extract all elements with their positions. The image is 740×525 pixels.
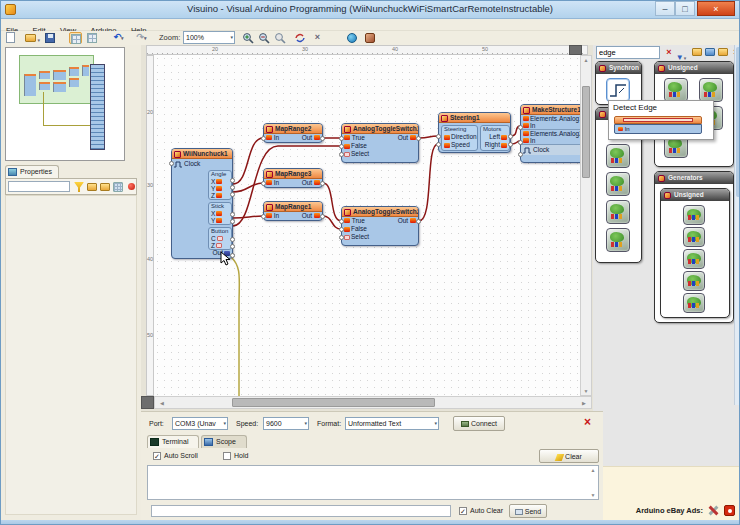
- format-select[interactable]: Unformatted Text▾: [345, 417, 439, 430]
- tab-scope[interactable]: Scope: [201, 435, 247, 448]
- auto-scroll-checkbox[interactable]: ✓: [153, 452, 161, 460]
- component-icon[interactable]: [683, 249, 705, 269]
- block-maprange3[interactable]: MapRange3 InOut: [263, 168, 323, 188]
- block-header[interactable]: MapRange2: [264, 124, 322, 134]
- collapse-categories-icon[interactable]: [718, 46, 730, 59]
- component-detect-edge[interactable]: [606, 78, 630, 102]
- component-icon[interactable]: [683, 205, 705, 225]
- block-header[interactable]: AnalogToggleSwitch2: [342, 207, 418, 217]
- category-header[interactable]: Unsigned: [655, 62, 733, 74]
- delete-button[interactable]: ×: [311, 32, 324, 44]
- tools-icon[interactable]: [708, 505, 719, 516]
- scroll-left-arrow[interactable]: ◀: [157, 400, 167, 406]
- pin-true[interactable]: [339, 219, 344, 224]
- new-project-button[interactable]: [4, 32, 17, 44]
- grid-view-large-button[interactable]: [85, 32, 98, 44]
- block-maprange1[interactable]: MapRange1 InOut: [263, 201, 323, 221]
- close-button[interactable]: ×: [697, 1, 735, 16]
- pin-false[interactable]: [339, 144, 344, 149]
- pin-angle-z[interactable]: [230, 192, 235, 197]
- pin-in[interactable]: [261, 136, 266, 141]
- pin-clock[interactable]: [169, 161, 174, 166]
- categorized-view-icon[interactable]: [113, 182, 123, 192]
- pin-angle-x[interactable]: [230, 178, 235, 183]
- expand-categories-icon[interactable]: [705, 46, 717, 59]
- tab-terminal[interactable]: Terminal: [147, 435, 199, 448]
- block-steering1[interactable]: Steering1 Steering Direction Speed Motor…: [438, 112, 511, 153]
- category-header[interactable]: Unsigned: [661, 189, 729, 201]
- pin-in[interactable]: [261, 181, 266, 186]
- pin-true[interactable]: [339, 136, 344, 141]
- pin-button-c[interactable]: [230, 237, 235, 242]
- tab-properties[interactable]: Properties: [5, 165, 59, 178]
- component-icon[interactable]: [606, 144, 630, 168]
- pin-out[interactable]: [416, 136, 421, 141]
- component-icon[interactable]: [606, 200, 630, 224]
- block-maprange2[interactable]: MapRange2 InOut: [263, 123, 323, 143]
- block-header[interactable]: MapRange1: [264, 202, 322, 212]
- category-header[interactable]: Synchron: [596, 62, 641, 74]
- minimize-button[interactable]: –: [655, 1, 675, 16]
- pin-clock[interactable]: [518, 152, 523, 157]
- zoom-in-button[interactable]: [241, 32, 254, 44]
- block-header[interactable]: MapRange3: [264, 169, 322, 179]
- component-icon[interactable]: [606, 172, 630, 196]
- clear-button[interactable]: Clear: [539, 449, 599, 463]
- web-button[interactable]: [345, 32, 358, 44]
- filter-icon[interactable]: [74, 182, 84, 192]
- pin-in[interactable]: [261, 214, 266, 219]
- component-icon[interactable]: [606, 228, 630, 252]
- pin-out[interactable]: [320, 181, 325, 186]
- block-header[interactable]: AnalogToggleSwitch1: [342, 124, 418, 134]
- component-icon[interactable]: [683, 271, 705, 291]
- maximize-button[interactable]: □: [675, 1, 695, 16]
- titlebar[interactable]: Visuino - Visual Arduino Programming (Wi…: [1, 1, 739, 19]
- canvas-horizontal-scrollbar[interactable]: ◀ ▶: [154, 396, 592, 409]
- pin-out[interactable]: [320, 214, 325, 219]
- component-icon[interactable]: [683, 227, 705, 247]
- zoom-out-button[interactable]: [257, 32, 270, 44]
- terminal-output[interactable]: ▲ ▼: [147, 465, 599, 500]
- save-project-button[interactable]: [43, 32, 56, 44]
- port-select[interactable]: COM3 (Unav▾: [172, 417, 228, 430]
- scroll-up-arrow[interactable]: ▲: [581, 57, 591, 63]
- component-icon[interactable]: [699, 78, 723, 102]
- send-input[interactable]: [151, 505, 451, 517]
- redo-button[interactable]: ↷▾: [132, 32, 151, 44]
- send-button[interactable]: Send: [509, 504, 547, 518]
- component-icon[interactable]: [683, 293, 705, 313]
- pin-select[interactable]: [339, 235, 344, 240]
- category-view-icon[interactable]: [692, 46, 704, 59]
- help-button[interactable]: [363, 32, 376, 44]
- hold-checkbox[interactable]: [223, 452, 231, 460]
- auto-clear-checkbox[interactable]: ✓: [459, 507, 467, 515]
- grid-view-small-button[interactable]: [69, 32, 82, 44]
- pin-out[interactable]: [230, 253, 235, 258]
- hscroll-thumb[interactable]: [232, 398, 435, 407]
- open-project-button[interactable]: ▾: [21, 32, 40, 44]
- output-scroll-down[interactable]: ▼: [588, 492, 598, 498]
- block-header[interactable]: MakeStructure1: [521, 105, 580, 115]
- refresh-button[interactable]: [293, 32, 306, 44]
- pin-in1[interactable]: [518, 125, 523, 130]
- collapse-all-icon[interactable]: [100, 183, 110, 191]
- pin-out[interactable]: [320, 136, 325, 141]
- block-analogtoggleswitch2[interactable]: AnalogToggleSwitch2 TrueOut False Select: [341, 206, 419, 246]
- filter-dropdown-icon[interactable]: ▼▾: [675, 46, 687, 59]
- pin-select[interactable]: [339, 152, 344, 157]
- pin-stick-y[interactable]: [230, 219, 235, 224]
- block-header[interactable]: Steering1: [439, 113, 510, 123]
- output-scroll-up[interactable]: ▲: [588, 467, 598, 473]
- zoom-select[interactable]: 100%▾: [183, 31, 235, 44]
- block-makestructure1[interactable]: MakeStructure1 Elements.Analog1 In Eleme…: [520, 104, 580, 163]
- toolbox-scrollbar[interactable]: [734, 45, 740, 405]
- block-analogtoggleswitch1[interactable]: AnalogToggleSwitch1 TrueOut False Select: [341, 123, 419, 163]
- speed-select[interactable]: 9600▾: [263, 417, 309, 430]
- toolbox-scroll-thumb[interactable]: [736, 47, 740, 197]
- component-icon[interactable]: [664, 78, 688, 102]
- clear-search-icon[interactable]: ×: [663, 46, 675, 59]
- pin-out[interactable]: [416, 219, 421, 224]
- component-search-input[interactable]: [596, 46, 660, 59]
- expand-all-icon[interactable]: [87, 183, 97, 191]
- minimap[interactable]: [5, 47, 125, 161]
